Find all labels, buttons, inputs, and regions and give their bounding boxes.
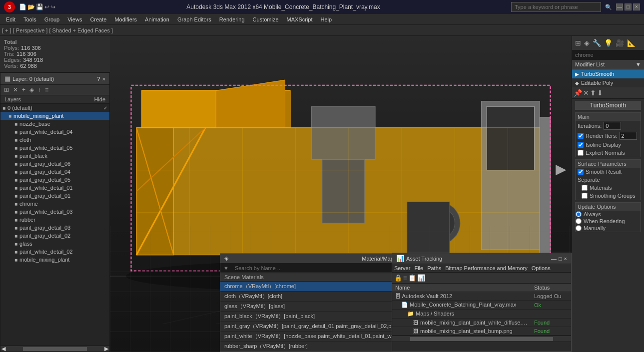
viewport-perspective[interactable]: [ Perspective ] (13, 27, 48, 33)
search-input[interactable] (511, 2, 601, 12)
layer-item-13[interactable]: ■paint_white_detail_03 (0, 208, 109, 216)
redo-icon[interactable]: ↪ (50, 3, 55, 10)
layers-select-icon[interactable]: ◈ (28, 86, 35, 94)
at-row-3[interactable]: 🖼 mobile_mixing_plant_paint_white_diffus… (392, 319, 571, 327)
layer-item-7[interactable]: ■paint_gray_detail_06 (0, 160, 109, 168)
new-icon[interactable]: 📄 (19, 3, 26, 10)
at-row-2[interactable]: 📁 Maps / Shaders (392, 310, 571, 319)
ts-always-radio[interactable] (576, 211, 582, 217)
menu-views[interactable]: Views (63, 15, 86, 23)
open-icon[interactable]: 📂 (27, 3, 35, 10)
at-menu-file[interactable]: File (414, 265, 423, 271)
layers-help-button[interactable]: ? (97, 76, 100, 82)
at-row-4[interactable]: 🖼 mobile_mixing_plant_steel_bump.png Fou… (392, 327, 571, 336)
minimize-button[interactable]: — (616, 3, 623, 10)
at-toolbar-4[interactable]: 📊 (417, 274, 425, 282)
rp-icon-3[interactable]: 🔧 (592, 38, 602, 48)
ts-isoline-checkbox[interactable] (578, 142, 584, 148)
layers-scrollbar[interactable]: ◀ ▶ (0, 346, 109, 352)
ts-iterations-input[interactable] (604, 122, 621, 130)
layer-item-9[interactable]: ■paint_gray_detail_05 (0, 176, 109, 184)
maximize-button[interactable]: □ (625, 3, 632, 10)
at-row-1[interactable]: 📄 Mobile_Concrete_Batching_Plant_vray.ma… (392, 301, 571, 310)
at-maximize-button[interactable]: □ (559, 256, 562, 262)
pt-icon-4[interactable]: ⬇ (597, 89, 603, 97)
pt-icon-1[interactable]: 📌 (574, 89, 582, 97)
layers-move-icon[interactable]: ↑ (36, 86, 42, 94)
ts-render-iters-input[interactable] (620, 132, 637, 140)
ts-explicit-checkbox[interactable] (578, 150, 584, 156)
ts-smoothing-groups-checkbox[interactable] (582, 193, 588, 199)
rp-icon-2[interactable]: ◈ (583, 38, 591, 48)
menu-help[interactable]: Help (317, 15, 336, 23)
close-button[interactable]: × (633, 3, 640, 10)
menu-modifiers[interactable]: Modifiers (110, 15, 141, 23)
layer-item-1[interactable]: ■mobile_mixing_plant (0, 112, 109, 120)
prop-search-input[interactable] (572, 50, 644, 60)
at-menu-options[interactable]: Options (532, 265, 551, 271)
layer-item-15[interactable]: ■paint_gray_detail_03 (0, 224, 109, 232)
at-menu-paths[interactable]: Paths (427, 265, 441, 271)
layers-delete-icon[interactable]: ✕ (11, 86, 19, 94)
menu-tools[interactable]: Tools (19, 15, 40, 23)
modifier-editable-poly[interactable]: ◆ Editable Poly (572, 78, 644, 87)
layer-item-12[interactable]: ■chrome (0, 200, 109, 208)
layers-add-icon[interactable]: + (20, 86, 27, 94)
rp-icon-6[interactable]: 📐 (626, 38, 637, 48)
layer-item-4[interactable]: ■cloth (0, 136, 109, 144)
ts-when-rendering-radio[interactable] (576, 218, 582, 224)
layer-item-6[interactable]: ■paint_black (0, 152, 109, 160)
at-menu-server[interactable]: Server (394, 265, 410, 271)
layer-item-5[interactable]: ■paint_white_detail_05 (0, 144, 109, 152)
layer-item-3[interactable]: ■paint_white_detail_04 (0, 128, 109, 136)
menu-maxscript[interactable]: MAXScript (283, 15, 317, 23)
layer-item-11[interactable]: ■paint_gray_detail_01 (0, 192, 109, 200)
layer-item-19[interactable]: ■mobile_mixing_plant (0, 256, 109, 264)
viewport[interactable]: ◈ Material/Map Browser × ▼ Scene Materia… (110, 36, 572, 352)
layer-item-17[interactable]: ■glass (0, 240, 109, 248)
layer-item-10[interactable]: ■paint_white_detail_01 (0, 184, 109, 192)
at-toolbar-1[interactable]: 🔒 (394, 274, 402, 282)
pt-icon-3[interactable]: ⬆ (590, 89, 596, 97)
layer-item-14[interactable]: ■rubber (0, 216, 109, 224)
search-icon[interactable]: 🔍 (605, 4, 612, 10)
layer-item-2[interactable]: ■nozzle_base (0, 120, 109, 128)
layer-item-16[interactable]: ■paint_gray_detail_02 (0, 232, 109, 240)
menu-create[interactable]: Create (86, 15, 110, 23)
scroll-left-icon[interactable]: ◀ (1, 346, 5, 352)
at-toolbar-3[interactable]: 📋 (408, 274, 416, 282)
menu-group[interactable]: Group (40, 15, 64, 23)
ts-manually-radio[interactable] (576, 225, 582, 231)
modifier-turbosmooth[interactable]: ▶ TurboSmooth (572, 69, 644, 78)
rp-icon-1[interactable]: ⊞ (574, 38, 582, 48)
at-row-0[interactable]: 🗄 Autodesk Vault 2012 Logged Ou (392, 292, 571, 301)
ts-materials-checkbox[interactable] (582, 185, 588, 191)
menu-graph-editors[interactable]: Graph Editors (173, 15, 215, 23)
at-menu-bitmap[interactable]: Bitmap Performance and Memory (445, 265, 527, 271)
layers-new-icon[interactable]: ⊞ (2, 86, 10, 94)
layers-list[interactable]: ■0 (default)✓■mobile_mixing_plant■nozzle… (0, 104, 109, 346)
layers-scroll-thumb[interactable] (23, 347, 87, 351)
at-scrollbar[interactable] (392, 336, 571, 342)
at-close-button[interactable]: × (564, 256, 567, 262)
menu-edit[interactable]: Edit (2, 15, 19, 23)
viewport-shaded[interactable]: [ Shaded + Edged Faces ] (49, 27, 113, 33)
save-icon[interactable]: 💾 (36, 3, 43, 10)
at-minimize-button[interactable]: — (551, 256, 557, 262)
scroll-right-icon[interactable]: ▶ (104, 346, 108, 352)
modifier-list-dropdown-icon[interactable]: ▼ (636, 61, 641, 67)
menu-rendering[interactable]: Rendering (215, 15, 249, 23)
layers-close-button[interactable]: × (102, 76, 105, 82)
rp-icon-5[interactable]: 🎥 (615, 38, 625, 48)
pt-icon-2[interactable]: ✕ (583, 89, 589, 97)
menu-animation[interactable]: Animation (141, 15, 173, 23)
layer-item-0[interactable]: ■0 (default)✓ (0, 104, 109, 112)
rp-icon-4[interactable]: 💡 (603, 38, 614, 48)
layers-expand-icon[interactable]: ≡ (43, 86, 50, 94)
at-toolbar-2[interactable]: ≡ (403, 274, 407, 282)
ts-render-iters-checkbox[interactable] (578, 133, 584, 139)
undo-icon[interactable]: ↩ (44, 3, 49, 10)
at-scrollbar-thumb[interactable] (410, 337, 553, 341)
viewport-canvas[interactable]: ◈ Material/Map Browser × ▼ Scene Materia… (110, 36, 572, 352)
layer-item-18[interactable]: ■paint_white_detail_02 (0, 248, 109, 256)
